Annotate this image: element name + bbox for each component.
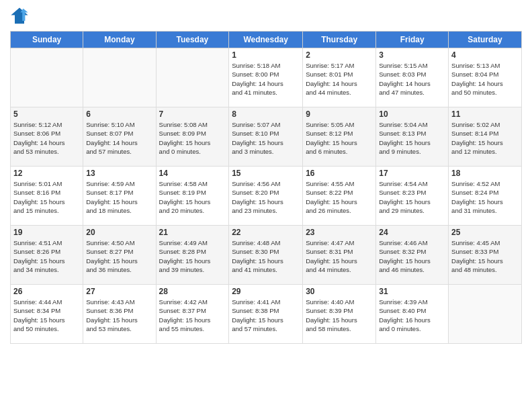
day-info-line: and 26 minutes. — [306, 206, 373, 215]
day-cell-10: 10Sunrise: 5:04 AMSunset: 8:13 PMDayligh… — [376, 107, 449, 167]
day-cell-9: 9Sunrise: 5:05 AMSunset: 8:12 PMDaylight… — [303, 107, 376, 167]
empty-cell — [83, 48, 156, 107]
day-number: 13 — [86, 169, 152, 178]
day-number: 4 — [451, 50, 519, 60]
day-info-line: Sunset: 8:28 PM — [159, 247, 226, 256]
day-info-line: and 57 minutes. — [86, 147, 152, 156]
day-info-line: and 48 minutes. — [451, 265, 519, 274]
day-cell-8: 8Sunrise: 5:07 AMSunset: 8:10 PMDaylight… — [229, 107, 303, 167]
day-info-line: Daylight: 14 hours — [451, 79, 519, 88]
day-number: 17 — [379, 169, 445, 178]
day-info-line: Sunrise: 5:01 AM — [13, 179, 80, 188]
day-info-line: Daylight: 15 hours — [306, 138, 373, 147]
day-info-line: Daylight: 15 hours — [232, 316, 300, 324]
day-info-line: Sunrise: 4:58 AM — [159, 179, 226, 188]
day-number: 30 — [306, 287, 373, 296]
day-info-line: Sunrise: 4:43 AM — [86, 298, 152, 306]
day-cell-12: 12Sunrise: 5:01 AMSunset: 8:16 PMDayligh… — [11, 167, 83, 226]
day-header-friday: Friday — [376, 32, 449, 48]
day-info-line: Daylight: 14 hours — [306, 79, 373, 88]
day-info-line: Sunrise: 4:42 AM — [159, 298, 226, 306]
day-cell-2: 2Sunrise: 5:17 AMSunset: 8:01 PMDaylight… — [303, 48, 376, 107]
day-number: 7 — [159, 109, 226, 119]
week-row-4: 19Sunrise: 4:51 AMSunset: 8:26 PMDayligh… — [11, 226, 522, 285]
day-info-line: Sunset: 8:03 PM — [379, 70, 445, 79]
day-info-line: Daylight: 15 hours — [232, 138, 300, 147]
day-info-line: Daylight: 15 hours — [306, 316, 373, 324]
day-cell-29: 29Sunrise: 4:41 AMSunset: 8:38 PMDayligh… — [229, 285, 303, 344]
empty-cell — [156, 48, 229, 107]
day-info-line: Sunrise: 5:18 AM — [232, 61, 300, 70]
day-info-line: and 23 minutes. — [232, 206, 300, 215]
day-cell-13: 13Sunrise: 4:59 AMSunset: 8:17 PMDayligh… — [83, 167, 156, 226]
day-cell-11: 11Sunrise: 5:02 AMSunset: 8:14 PMDayligh… — [449, 107, 522, 167]
day-info-line: Sunset: 8:17 PM — [86, 188, 152, 197]
day-cell-7: 7Sunrise: 5:08 AMSunset: 8:09 PMDaylight… — [156, 107, 229, 167]
day-info-line: and 57 minutes. — [232, 324, 300, 333]
day-info-line: Sunset: 8:09 PM — [159, 129, 226, 138]
day-header-saturday: Saturday — [449, 32, 522, 48]
day-cell-1: 1Sunrise: 5:18 AMSunset: 8:00 PMDaylight… — [229, 48, 303, 107]
day-info-line: Sunrise: 4:48 AM — [232, 238, 300, 247]
day-cell-19: 19Sunrise: 4:51 AMSunset: 8:26 PMDayligh… — [11, 226, 83, 285]
day-info-line: Sunset: 8:10 PM — [232, 129, 300, 138]
day-info-line: and 31 minutes. — [451, 206, 519, 215]
day-number: 18 — [451, 169, 519, 178]
day-info-line: Sunset: 8:07 PM — [86, 129, 152, 138]
day-info-line: Sunrise: 5:17 AM — [306, 61, 373, 70]
logo-icon — [10, 7, 29, 26]
day-info-line: Sunrise: 4:39 AM — [379, 298, 445, 306]
day-info-line: Daylight: 16 hours — [379, 316, 445, 324]
day-info-line: Sunset: 8:06 PM — [13, 129, 80, 138]
svg-marker-0 — [11, 7, 28, 24]
day-info-line: Sunrise: 5:12 AM — [13, 120, 80, 129]
day-info-line: Daylight: 15 hours — [13, 257, 80, 265]
day-info-line: and 0 minutes. — [379, 324, 445, 333]
day-info-line: Sunrise: 4:47 AM — [306, 238, 373, 247]
day-info-line: Sunset: 8:12 PM — [306, 129, 373, 138]
day-number: 14 — [159, 169, 226, 178]
day-info-line: Daylight: 15 hours — [159, 257, 226, 265]
day-cell-18: 18Sunrise: 4:52 AMSunset: 8:24 PMDayligh… — [449, 167, 522, 226]
day-cell-27: 27Sunrise: 4:43 AMSunset: 8:36 PMDayligh… — [83, 285, 156, 344]
day-header-monday: Monday — [83, 32, 156, 48]
day-info-line: Daylight: 15 hours — [232, 197, 300, 206]
day-number: 23 — [306, 228, 373, 237]
day-info-line: Sunset: 8:39 PM — [306, 306, 373, 315]
day-info-line: Sunrise: 4:55 AM — [306, 179, 373, 188]
day-info-line: and 53 minutes. — [86, 324, 152, 333]
day-info-line: and 44 minutes. — [306, 88, 373, 97]
day-number: 3 — [379, 50, 445, 60]
day-info-line: and 15 minutes. — [13, 206, 80, 215]
day-info-line: Sunset: 8:14 PM — [451, 129, 519, 138]
day-cell-4: 4Sunrise: 5:13 AMSunset: 8:04 PMDaylight… — [449, 48, 522, 107]
day-number: 12 — [13, 169, 80, 178]
day-info-line: and 44 minutes. — [306, 265, 373, 274]
day-cell-3: 3Sunrise: 5:15 AMSunset: 8:03 PMDaylight… — [376, 48, 449, 107]
day-info-line: Sunset: 8:32 PM — [379, 247, 445, 256]
day-cell-25: 25Sunrise: 4:45 AMSunset: 8:33 PMDayligh… — [449, 226, 522, 285]
day-info-line: Sunrise: 5:13 AM — [451, 61, 519, 70]
day-cell-28: 28Sunrise: 4:42 AMSunset: 8:37 PMDayligh… — [156, 285, 229, 344]
day-info-line: Sunrise: 5:07 AM — [232, 120, 300, 129]
day-info-line: and 29 minutes. — [379, 206, 445, 215]
day-cell-14: 14Sunrise: 4:58 AMSunset: 8:19 PMDayligh… — [156, 167, 229, 226]
day-info-line: and 12 minutes. — [451, 147, 519, 156]
day-info-line: Daylight: 15 hours — [86, 197, 152, 206]
day-cell-6: 6Sunrise: 5:10 AMSunset: 8:07 PMDaylight… — [83, 107, 156, 167]
day-info-line: Sunset: 8:22 PM — [306, 188, 373, 197]
day-info-line: Sunset: 8:24 PM — [451, 188, 519, 197]
day-info-line: Sunset: 8:36 PM — [86, 306, 152, 315]
day-info-line: and 9 minutes. — [379, 147, 445, 156]
day-info-line: Daylight: 15 hours — [379, 197, 445, 206]
day-number: 8 — [232, 109, 300, 119]
day-info-line: Sunrise: 4:44 AM — [13, 298, 80, 306]
day-info-line: and 58 minutes. — [306, 324, 373, 333]
day-info-line: Daylight: 15 hours — [451, 197, 519, 206]
day-info-line: and 41 minutes. — [232, 265, 300, 274]
day-info-line: Daylight: 15 hours — [159, 316, 226, 324]
day-info-line: Sunset: 8:01 PM — [306, 70, 373, 79]
calendar: SundayMondayTuesdayWednesdayThursdayFrid… — [10, 31, 522, 344]
day-cell-30: 30Sunrise: 4:40 AMSunset: 8:39 PMDayligh… — [303, 285, 376, 344]
day-info-line: and 47 minutes. — [379, 88, 445, 97]
